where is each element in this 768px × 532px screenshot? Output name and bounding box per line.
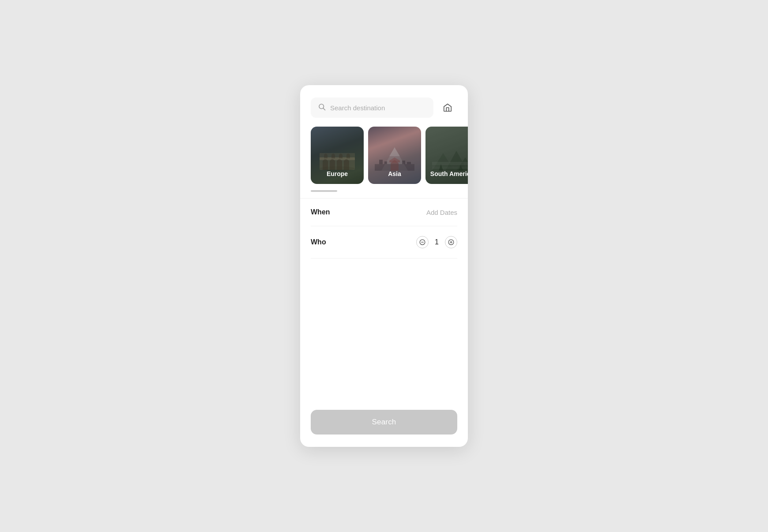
destination-asia[interactable]: Asia [368, 127, 421, 184]
scroll-indicator [300, 184, 468, 192]
south-america-label: South America [425, 170, 468, 178]
form-section: When Add Dates Who 1 [300, 199, 468, 447]
who-label: Who [311, 238, 326, 246]
when-label: When [311, 208, 330, 216]
search-placeholder: Search destination [330, 104, 385, 112]
destinations-row: Europe Asia [300, 127, 468, 184]
europe-label: Europe [311, 170, 364, 178]
who-count: 1 [435, 238, 439, 246]
scroll-dot [311, 190, 337, 192]
search-bar[interactable]: Search destination [311, 97, 433, 118]
form-spacer [311, 259, 457, 410]
destination-europe[interactable]: Europe [311, 127, 364, 184]
search-icon [318, 103, 326, 112]
asia-label: Asia [368, 170, 421, 178]
when-row[interactable]: When Add Dates [311, 199, 457, 226]
when-value: Add Dates [426, 209, 457, 216]
destination-south-america[interactable]: South America [425, 127, 468, 184]
decrement-button[interactable] [416, 236, 429, 248]
app-card: Search destination [300, 85, 468, 447]
search-header: Search destination [300, 85, 468, 127]
who-row: Who 1 [311, 226, 457, 259]
search-btn-container: Search [311, 410, 457, 447]
search-button[interactable]: Search [311, 410, 457, 435]
increment-button[interactable] [445, 236, 457, 248]
who-controls: 1 [416, 236, 457, 248]
home-button[interactable] [438, 98, 457, 117]
svg-line-1 [323, 108, 325, 110]
